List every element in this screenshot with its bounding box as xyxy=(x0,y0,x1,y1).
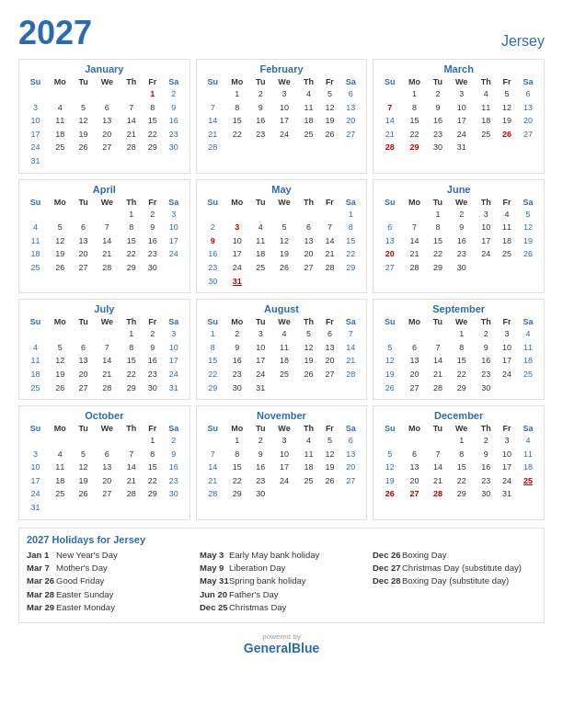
calendar-day: 9 xyxy=(475,448,497,461)
calendar-table: SuMoTuWeThFrSa12345678910111213141516171… xyxy=(201,316,362,394)
calendar-day xyxy=(24,434,47,448)
calendar-day: 3 xyxy=(448,87,475,101)
calendar-day xyxy=(271,208,298,222)
calendar-day: 28 xyxy=(201,141,224,154)
holiday-date: May 31 xyxy=(200,575,229,586)
calendar-day: 12 xyxy=(73,461,93,474)
calendar-day: 18 xyxy=(475,114,497,128)
calendar-day xyxy=(47,327,73,341)
holiday-name: Easter Sunday xyxy=(56,589,113,600)
calendar-table: SuMoTuWeThFrSa12345678910111213141516171… xyxy=(201,423,362,501)
month-block-may: MaySuMoTuWeThFrSa12345678910111213141516… xyxy=(196,179,368,294)
calendar-day: 20 xyxy=(517,114,539,128)
calendar-day: 4 xyxy=(24,221,47,234)
holiday-name: Boxing Day (substitute day) xyxy=(402,575,509,586)
month-block-december: DecemberSuMoTuWeThFrSa123456789101112131… xyxy=(373,405,545,520)
calendar-day: 24 xyxy=(271,474,298,488)
calendar-day: 12 xyxy=(319,101,339,115)
calendar-day: 14 xyxy=(121,461,143,474)
header: 2027 Jersey xyxy=(18,17,545,50)
day-header: Fr xyxy=(319,423,339,434)
holidays-title: 2027 Holidays for Jersey xyxy=(27,534,536,545)
day-header: Mo xyxy=(47,423,73,434)
calendar-day: 13 xyxy=(73,234,93,248)
calendar-day: 30 xyxy=(163,487,185,501)
calendar-day: 31 xyxy=(163,381,185,395)
calendar-day: 25 xyxy=(517,368,539,381)
month-name: April xyxy=(24,184,185,195)
calendar-day xyxy=(298,487,320,501)
calendar-day: 25 xyxy=(497,247,517,261)
holiday-name: Father's Day xyxy=(229,589,279,600)
month-block-october: OctoberSuMoTuWeThFrSa1234567891011121314… xyxy=(18,405,190,520)
calendar-day: 1 xyxy=(448,434,475,448)
calendar-day: 30 xyxy=(224,381,250,395)
calendar-day: 23 xyxy=(224,368,250,381)
calendar-day xyxy=(24,208,47,222)
calendar-day: 17 xyxy=(24,128,47,142)
calendar-day: 19 xyxy=(319,461,339,474)
month-name: July xyxy=(24,303,185,314)
calendar-day: 16 xyxy=(143,354,163,368)
calendar-day: 26 xyxy=(517,247,539,261)
calendar-day: 22 xyxy=(201,368,224,381)
calendar-day: 26 xyxy=(378,381,401,395)
day-header: Su xyxy=(201,423,224,434)
calendar-day: 30 xyxy=(163,141,185,154)
day-header: Su xyxy=(24,316,47,327)
calendar-day: 7 xyxy=(319,221,339,234)
calendar-day: 18 xyxy=(298,461,320,474)
holiday-item: Mar 29Easter Monday xyxy=(27,602,190,613)
calendar-day: 13 xyxy=(298,234,320,248)
calendar-day xyxy=(121,434,143,448)
calendar-day: 10 xyxy=(163,221,185,234)
calendar-day: 2 xyxy=(250,434,270,448)
holiday-date: Dec 28 xyxy=(373,575,402,586)
calendar-day: 9 xyxy=(250,448,270,461)
calendar-day: 28 xyxy=(428,381,448,395)
calendar-day xyxy=(73,501,93,515)
day-header: Th xyxy=(298,316,320,327)
calendar-day: 30 xyxy=(448,261,475,275)
calendar-day xyxy=(121,501,143,515)
calendar-day: 27 xyxy=(94,487,121,501)
calendar-day xyxy=(339,141,362,154)
calendar-day: 17 xyxy=(497,354,517,368)
calendar-day: 31 xyxy=(24,154,47,168)
holiday-name: Easter Monday xyxy=(56,602,115,613)
calendar-day xyxy=(475,261,497,275)
calendar-day: 5 xyxy=(378,341,401,355)
day-header: Su xyxy=(378,423,401,434)
calendar-day: 29 xyxy=(428,261,448,275)
calendar-day: 6 xyxy=(378,221,401,234)
calendar-day: 26 xyxy=(378,487,401,501)
calendar-day: 3 xyxy=(24,448,47,461)
calendar-day: 15 xyxy=(224,461,250,474)
calendar-day: 16 xyxy=(250,114,270,128)
calendar-day: 21 xyxy=(319,247,339,261)
day-header: Mo xyxy=(224,423,250,434)
calendar-day: 24 xyxy=(497,368,517,381)
day-header: Su xyxy=(24,423,47,434)
calendar-day xyxy=(497,381,517,395)
day-header: Sa xyxy=(339,316,362,327)
calendar-day: 15 xyxy=(201,354,224,368)
calendar-day: 10 xyxy=(497,341,517,355)
calendar-day xyxy=(121,87,143,101)
calendar-day xyxy=(250,208,270,222)
calendar-day xyxy=(298,208,320,222)
calendar-day: 29 xyxy=(448,381,475,395)
calendar-day xyxy=(319,275,339,289)
day-header: Su xyxy=(201,76,224,87)
calendar-day xyxy=(319,381,339,395)
calendar-day: 12 xyxy=(73,114,93,128)
day-header: Mo xyxy=(224,316,250,327)
calendar-day: 19 xyxy=(378,368,401,381)
calendar-day: 29 xyxy=(339,261,362,275)
calendar-day: 5 xyxy=(517,208,539,222)
calendar-day: 9 xyxy=(201,234,224,248)
day-header: Mo xyxy=(401,423,427,434)
day-header: Sa xyxy=(339,423,362,434)
calendar-day: 14 xyxy=(121,114,143,128)
calendar-day xyxy=(428,434,448,448)
